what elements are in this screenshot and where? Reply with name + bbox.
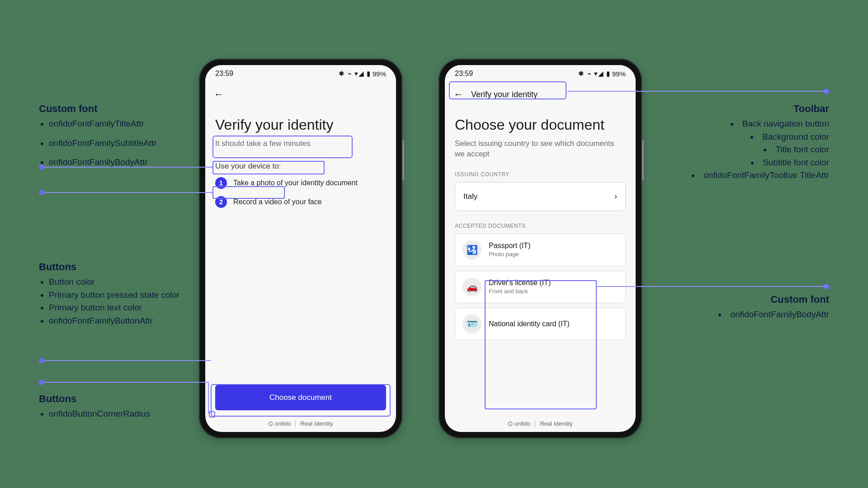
status-icons: ✱ ⌁ ▾◢ ▮ xyxy=(339,70,371,78)
step-text: Record a video of your face xyxy=(233,198,322,206)
highlight-button-corner xyxy=(209,411,215,418)
section-label: Use your device to: xyxy=(215,162,386,171)
annotation-item: Background color xyxy=(666,131,829,144)
passport-icon: 🛂 xyxy=(462,240,481,259)
step-row: 2 Record a video of your face xyxy=(215,196,386,208)
phone-mockup-document: 23:59 ✱ ⌁ ▾◢ ▮ 99% ← Verify your identit… xyxy=(439,59,642,438)
step-list: 1 Take a photo of your identity document… xyxy=(215,177,386,215)
status-battery: 99% xyxy=(373,70,386,78)
phone-mockup-intro: 23:59 ✱ ⌁ ▾◢ ▮ 99% ← Verify your identit… xyxy=(199,59,402,438)
page-subtitle: Select issuing country to see which docu… xyxy=(455,139,626,160)
step-number-badge: 2 xyxy=(215,196,227,208)
choose-document-button[interactable]: Choose document xyxy=(215,385,386,410)
country-select[interactable]: Italy › xyxy=(455,182,626,211)
document-list: 🛂 Passport (IT) Photo page 🚗 Driver's li… xyxy=(455,234,626,345)
annotation-item: onfidoFontFamilyTitleAttr xyxy=(49,117,188,131)
connector-line xyxy=(44,360,211,361)
annotation-button-radius: Buttons onfidoButtonCornerRadius xyxy=(39,393,193,421)
status-bar: 23:59 ✱ ⌁ ▾◢ ▮ 99% xyxy=(205,65,396,82)
toolbar-title: Verify your identity xyxy=(471,90,538,99)
annotation-item: Primary button text color xyxy=(49,301,193,314)
content-area: Verify your identity It should take a fe… xyxy=(205,107,396,415)
annotation-custom-font-body: Custom font onfidoFontFamilyBodyAttr xyxy=(666,294,829,321)
connector-line xyxy=(208,382,209,413)
annotation-heading: Buttons xyxy=(39,393,193,405)
annotation-buttons: Buttons Button color Primary button pres… xyxy=(39,261,193,327)
page-subtitle: It should take a few minutes xyxy=(215,139,386,149)
annotation-custom-font: Custom font onfidoFontFamilyTitleAttr on… xyxy=(39,103,188,169)
connector-line xyxy=(44,382,209,383)
status-bar: 23:59 ✱ ⌁ ▾◢ ▮ 99% xyxy=(445,65,636,82)
status-indicators: ✱ ⌁ ▾◢ ▮ 99% xyxy=(339,70,386,78)
annotation-item: Button color xyxy=(49,276,193,289)
brand-logo-text: ⌬ onfido xyxy=(268,420,291,427)
annotation-item: Subtitle font color xyxy=(666,156,829,169)
status-icons: ✱ ⌁ ▾◢ ▮ xyxy=(578,70,610,78)
page-title: Verify your identity xyxy=(215,117,386,133)
page-title: Choose your document xyxy=(455,117,626,133)
annotation-item: onfidoFontFamilyBodyAttr xyxy=(666,308,829,321)
annotation-item: Back navigation button xyxy=(666,117,829,131)
annotation-toolbar: Toolbar Back navigation button Backgroun… xyxy=(666,103,829,182)
back-icon[interactable]: ← xyxy=(453,89,464,100)
step-number-badge: 1 xyxy=(215,177,227,189)
status-battery: 99% xyxy=(612,70,626,78)
id-card-icon: 🪪 xyxy=(462,314,481,333)
step-text: Take a photo of your identity document xyxy=(233,179,358,187)
document-subtitle: Photo page xyxy=(489,251,530,258)
country-value: Italy xyxy=(463,192,477,201)
toolbar: ← Verify your identity xyxy=(445,82,636,107)
connector-line xyxy=(44,167,212,168)
connector-dot xyxy=(39,380,44,385)
status-time: 23:59 xyxy=(215,70,233,78)
accepted-documents-label: ACCEPTED DOCUMENTS xyxy=(455,223,626,229)
back-icon[interactable]: ← xyxy=(213,89,224,100)
annotation-item: onfidoFontFamilySubtitleAttr xyxy=(49,137,188,150)
document-subtitle: Front and back xyxy=(489,288,551,295)
brand-tagline: Real Identity xyxy=(540,420,572,427)
document-option-nid[interactable]: 🪪 National identity card (IT) xyxy=(455,308,626,340)
annotation-heading: Custom font xyxy=(666,294,829,305)
annotation-heading: Custom font xyxy=(39,103,188,115)
connector-dot xyxy=(39,164,44,170)
toolbar: ← xyxy=(205,82,396,107)
step-row: 1 Take a photo of your identity document xyxy=(215,177,386,189)
screen-document: 23:59 ✱ ⌁ ▾◢ ▮ 99% ← Verify your identit… xyxy=(445,65,636,432)
document-title: Driver's license (IT) xyxy=(489,279,551,287)
issuing-country-label: ISSUING COUNTRY xyxy=(455,171,626,178)
annotation-heading: Buttons xyxy=(39,261,193,273)
brand-footer: ⌬ onfido Real Identity xyxy=(205,415,396,432)
brand-tagline: Real Identity xyxy=(300,420,333,427)
chevron-right-icon: › xyxy=(614,192,617,201)
brand-footer: ⌬ onfido Real Identity xyxy=(445,415,636,432)
screen-intro: 23:59 ✱ ⌁ ▾◢ ▮ 99% ← Verify your identit… xyxy=(205,65,396,432)
status-time: 23:59 xyxy=(455,70,473,78)
annotation-heading: Toolbar xyxy=(666,103,829,115)
brand-logo-text: ⌬ onfido xyxy=(508,420,530,427)
annotation-item: Primary button pressed state color xyxy=(49,289,193,302)
connector-line xyxy=(44,192,212,193)
connector-dot xyxy=(39,190,44,195)
document-title: Passport (IT) xyxy=(489,242,530,250)
annotation-item: Title font color xyxy=(666,143,829,156)
annotation-item: onfidoFontFamilyButtonAttr xyxy=(49,314,193,328)
content-area: Choose your document Select issuing coun… xyxy=(445,107,636,415)
connector-line xyxy=(567,91,827,92)
document-title: National identity card (IT) xyxy=(489,320,570,328)
annotation-item: onfidoButtonCornerRadius xyxy=(49,408,193,421)
car-icon: 🚗 xyxy=(462,277,481,296)
connector-dot xyxy=(39,358,44,363)
connector-line xyxy=(597,286,827,287)
status-indicators: ✱ ⌁ ▾◢ ▮ 99% xyxy=(578,70,626,78)
document-option-passport[interactable]: 🛂 Passport (IT) Photo page xyxy=(455,234,626,266)
annotation-item: onfidoFontFamilyToolbar TitleAttr xyxy=(666,169,829,182)
diagram-canvas: 23:59 ✱ ⌁ ▾◢ ▮ 99% ← Verify your identit… xyxy=(0,0,868,488)
